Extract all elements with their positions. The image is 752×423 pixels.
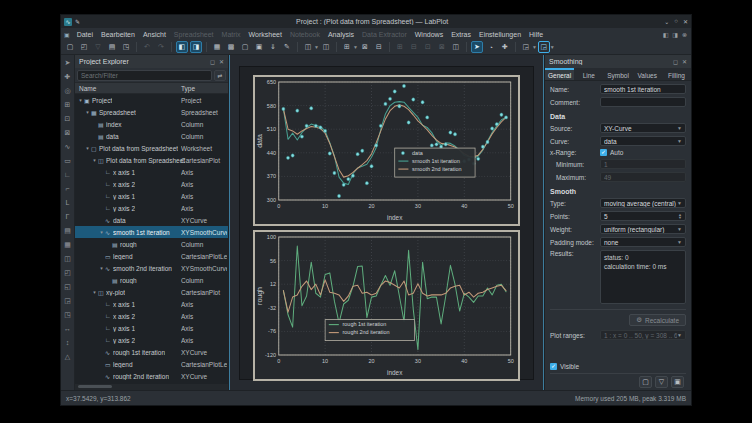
magnification-combo-icon[interactable]: ◲ xyxy=(538,41,550,53)
tree-row-data[interactable]: ▤dataColumn xyxy=(75,130,228,142)
chevron-down-icon[interactable]: ▼ xyxy=(532,44,537,50)
plot-tool-icon[interactable]: ◫ xyxy=(450,41,462,53)
tree-row-rough[interactable]: ▤roughColumn xyxy=(75,274,228,286)
tool-add-text-icon[interactable]: ▤ xyxy=(62,225,73,236)
zoom-mode-combo-icon[interactable]: ◲ xyxy=(520,41,532,53)
plot-data-from-spreadsheet[interactable]: 01020304050300370440510580650indexdatada… xyxy=(253,75,520,226)
expander-icon[interactable]: ▾ xyxy=(98,265,105,271)
export-icon[interactable]: ◳ xyxy=(120,41,132,53)
search-input[interactable] xyxy=(77,70,212,81)
split-view-icon[interactable]: ◨ xyxy=(672,31,678,38)
tab-line[interactable]: Line xyxy=(574,68,603,80)
padding-mode-dropdown[interactable]: none ▼ xyxy=(600,237,686,247)
tool-axis-left-icon[interactable]: L xyxy=(62,197,73,208)
worksheet-page[interactable]: 01020304050300370440510580650indexdatada… xyxy=(239,66,534,380)
close-icon[interactable]: ⊗ xyxy=(682,31,687,38)
zoom-out-plot-icon[interactable]: ⊟ xyxy=(408,41,420,53)
toggle-properties-explorer-icon[interactable]: ◨ xyxy=(190,41,202,53)
close-dock-icon[interactable]: ✕ xyxy=(219,58,224,65)
tool-add-legend-icon[interactable]: ▭ xyxy=(62,155,73,166)
tool-axis-frame-icon[interactable]: Γ xyxy=(62,211,73,222)
expander-icon[interactable]: ▾ xyxy=(84,145,91,151)
maximize-button[interactable]: ○ xyxy=(674,18,678,25)
recalculate-button[interactable]: ⚙ Recalculate xyxy=(629,314,686,326)
tool-scale-icon[interactable]: △ xyxy=(62,351,73,362)
spinner-arrows-icon[interactable]: ▲▼ xyxy=(678,213,682,219)
tree-row-rough-1st-iteration[interactable]: ∿rough 1st iterationXYCurve xyxy=(75,346,228,358)
curve-dropdown[interactable]: data ▼ xyxy=(600,136,686,146)
tree-row-x-axis-2[interactable]: ∟x axis 2Axis xyxy=(75,178,228,190)
tool-zoom-x-icon[interactable]: ⊞ xyxy=(62,99,73,110)
menu-extras[interactable]: Extras xyxy=(447,31,475,38)
new-spreadsheet-icon[interactable]: ▦ xyxy=(211,41,223,53)
open-project-icon[interactable]: ◰ xyxy=(78,41,90,53)
tool-layout-4-icon[interactable]: ◳ xyxy=(62,309,73,320)
save-project-icon[interactable]: ▽ xyxy=(92,41,104,53)
filter-options-button[interactable]: ⇄ xyxy=(214,70,226,81)
tool-layout-2-icon[interactable]: ◱ xyxy=(62,281,73,292)
print-icon[interactable]: ▤ xyxy=(106,41,118,53)
navigate-zoom-icon[interactable]: ◔ xyxy=(485,41,497,53)
menu-datei[interactable]: Datei xyxy=(73,31,97,38)
tree-row-x-axis-1[interactable]: ∟x axis 1Axis xyxy=(75,298,228,310)
tool-zoom-y-icon[interactable]: ⊡ xyxy=(62,113,73,124)
tree-row-smooth-2nd-iteration[interactable]: ▾∿smooth 2nd iterationXYSmoothCurve xyxy=(75,262,228,274)
tree-row-rought-2nd-iteration[interactable]: ∿rought 2nd iterationXYCurve xyxy=(75,370,228,382)
worksheet-view[interactable]: 01020304050300370440510580650indexdatada… xyxy=(229,55,544,390)
minimize-button[interactable]: ⌄ xyxy=(664,18,669,25)
expander-icon[interactable]: ▾ xyxy=(91,289,98,295)
tab-values[interactable]: Values xyxy=(633,68,662,80)
shift-plot-icon[interactable]: ⊡ xyxy=(422,41,434,53)
menu-ansicht[interactable]: Ansicht xyxy=(139,31,170,38)
tree-row-plot-data-from-spreadsheet[interactable]: ▾◫Plot data from SpreadsheetCartesianPlo… xyxy=(75,154,228,166)
tool-crosshair-icon[interactable]: ✚ xyxy=(62,71,73,82)
expander-icon[interactable]: ▾ xyxy=(77,97,84,103)
toggle-project-explorer-icon[interactable]: ◧ xyxy=(176,41,188,53)
tab-symbol[interactable]: Symbol xyxy=(603,68,632,80)
navigate-crosshair-icon[interactable]: ✚ xyxy=(499,41,511,53)
name-field[interactable] xyxy=(600,84,686,94)
tool-axis-top-icon[interactable]: ⌐ xyxy=(62,183,73,194)
menu-hilfe[interactable]: Hilfe xyxy=(525,31,547,38)
new-matrix-icon[interactable]: ▩ xyxy=(225,41,237,53)
new-project-icon[interactable]: ▢ xyxy=(64,41,76,53)
chevron-down-icon[interactable]: ▼ xyxy=(353,44,358,50)
add-plot-icon[interactable]: ⊞ xyxy=(341,41,353,53)
type-dropdown[interactable]: moving average (central) ▼ xyxy=(600,198,686,208)
tool-layout-3-icon[interactable]: ◲ xyxy=(62,295,73,306)
tree-row-index[interactable]: ▤indexColumn xyxy=(75,118,228,130)
scale-auto-icon[interactable]: ⊠ xyxy=(436,41,448,53)
tree-row-legend[interactable]: ▭legendCartesianPlotLegend xyxy=(75,358,228,370)
expander-icon[interactable]: ▾ xyxy=(98,229,105,235)
tree-row-y-axis-1[interactable]: ∟y axis 1Axis xyxy=(75,190,228,202)
close-button[interactable]: ✕ xyxy=(683,18,688,25)
visible-checkbox[interactable]: ✓ xyxy=(550,363,557,370)
tool-add-spreadsheet-icon[interactable]: ▦ xyxy=(62,239,73,250)
menu-einstellungen[interactable]: Einstellungen xyxy=(475,31,525,38)
tree-row-smooth-1st-iteration[interactable]: ▾∿smooth 1st iterationXYSmoothCurve xyxy=(75,226,228,238)
navigate-select-icon[interactable]: ➤ xyxy=(471,41,483,53)
tree-column-header[interactable]: Name Type xyxy=(75,82,228,94)
new-notebook-icon[interactable]: ▣ xyxy=(253,41,265,53)
comment-field[interactable] xyxy=(600,97,686,107)
save-template-button[interactable]: ▽ xyxy=(655,376,668,388)
points-spinner[interactable]: 5 ▲▼ xyxy=(600,211,686,221)
menu-worksheet[interactable]: Worksheet xyxy=(245,31,286,38)
load-template-button[interactable]: ▢ xyxy=(639,376,652,388)
tool-zoom-select-icon[interactable]: ◎ xyxy=(62,85,73,96)
tool-layout-1-icon[interactable]: ◰ xyxy=(62,267,73,278)
vertical-layout-icon[interactable]: ⊟ xyxy=(373,41,385,53)
new-workbook-icon[interactable]: ◫ xyxy=(302,41,314,53)
redo-icon[interactable]: ↷ xyxy=(155,41,167,53)
menu-windows[interactable]: Windows xyxy=(411,31,447,38)
tree-row-rough[interactable]: ▤roughColumn xyxy=(75,238,228,250)
tool-add-curve-icon[interactable]: ∿ xyxy=(62,141,73,152)
tree-row-spreadsheet[interactable]: ▾▦SpreadsheetSpreadsheet xyxy=(75,106,228,118)
expander-icon[interactable]: ▾ xyxy=(91,157,98,163)
tree-row-plot-data-from-spreadsheet[interactable]: ▾▢Plot data from SpreadsheetWorksheet xyxy=(75,142,228,154)
menu-bearbeiten[interactable]: Bearbeiten xyxy=(97,31,139,38)
column-header-name[interactable]: Name xyxy=(75,85,96,92)
undo-icon[interactable]: ↶ xyxy=(141,41,153,53)
float-dock-icon[interactable]: ◻ xyxy=(210,58,215,65)
source-dropdown[interactable]: XY-Curve ▼ xyxy=(600,123,686,133)
